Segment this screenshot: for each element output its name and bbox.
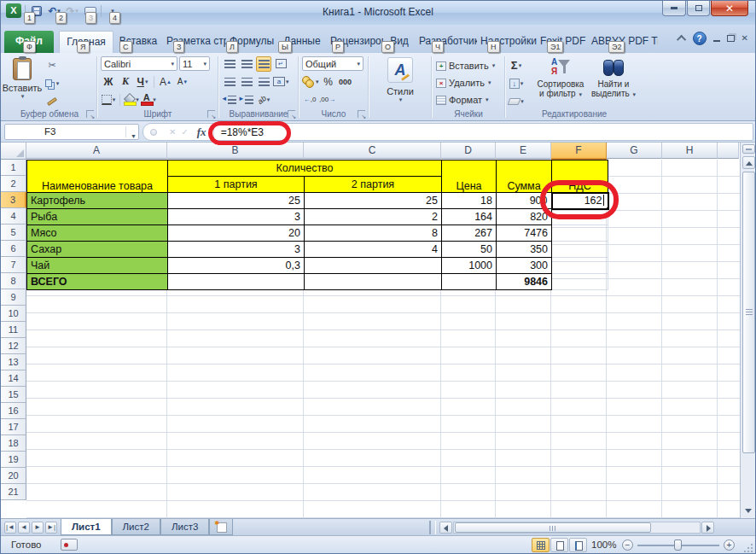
workbook-close-icon[interactable]: ✕ [741,34,748,43]
bold-button[interactable]: Ж [101,74,116,90]
fill-color-button[interactable]: ▾ [124,92,139,108]
cell-F6[interactable] [552,242,608,258]
prev-sheet-icon[interactable]: ◄ [18,522,30,534]
scroll-right-icon[interactable] [701,522,714,534]
cell-D7[interactable]: 1000 [442,258,497,274]
cell-F5[interactable] [552,225,608,242]
horizontal-scroll-thumb[interactable] [455,522,651,533]
vertical-scrollbar[interactable] [740,143,756,518]
merge-center-button[interactable]: a▾ [273,74,289,90]
row-header-19[interactable]: 19 [1,452,26,468]
workbook-minimize-icon[interactable] [713,40,720,42]
dialog-launcher-icon[interactable] [358,110,365,118]
decrease-indent-button[interactable] [222,92,237,108]
row-header-14[interactable]: 14 [1,370,26,387]
cell-grid[interactable]: Наименование товара Количество Цена Сумм… [26,160,740,518]
font-name-combo[interactable]: Calibri▾ [101,56,177,71]
collapse-ribbon-icon[interactable] [677,35,686,44]
row-header-3[interactable]: 3 [1,192,26,208]
cell-E8[interactable]: 9846 [497,274,552,290]
cell-B3[interactable]: 25 [168,193,305,209]
column-header-partial[interactable] [718,143,739,159]
cut-button[interactable]: ✂ [44,58,60,73]
align-center-button[interactable] [239,74,254,90]
zoom-slider[interactable]: − + [622,539,735,552]
row-header-7[interactable]: 7 [1,257,26,273]
row-header-21[interactable]: 21 [1,484,26,500]
row-header-15[interactable]: 15 [1,387,26,403]
column-header-G[interactable]: G [607,143,662,159]
cell-A3[interactable]: Картофель [27,193,168,209]
row-header-9[interactable]: 9 [1,289,26,306]
format-cells-button[interactable]: Формат▾ [433,91,504,108]
align-top-button[interactable] [222,56,237,72]
row-header-4[interactable]: 4 [1,208,26,225]
increase-font-button[interactable]: А▲ [158,74,173,90]
scroll-down-icon[interactable] [742,504,755,516]
zoom-thumb[interactable] [674,539,682,551]
workbook-restore-icon[interactable] [727,35,735,42]
cell-B2[interactable]: 1 партия [168,177,305,193]
decrease-decimal-button[interactable]: ,00→ [319,92,335,108]
resize-grip[interactable] [742,542,753,553]
borders-button[interactable]: ▾ [101,92,116,108]
cell-A6[interactable]: Сахар [27,242,168,258]
cell-F1[interactable]: НДС [552,160,608,193]
number-format-combo[interactable]: Общий▾ [302,56,363,71]
clear-button[interactable]: ▾ [509,94,524,109]
insert-cells-button[interactable]: +Вставить▾ [433,57,504,74]
help-icon[interactable]: ? [693,32,707,45]
row-header-6[interactable]: 6 [1,241,26,257]
sheet-tab-list2[interactable]: Лист2 [112,519,160,535]
copy-button[interactable]: ▾ [44,76,60,91]
fill-handle[interactable] [606,207,608,209]
cell-B6[interactable]: 3 [168,242,305,258]
align-left-button[interactable] [222,74,237,90]
decrease-font-button[interactable]: А▼ [175,74,190,90]
split-handle[interactable] [742,144,755,154]
column-header-E[interactable]: E [496,143,551,159]
align-right-button[interactable] [256,74,271,90]
align-bottom-button[interactable] [256,56,271,72]
cell-F7[interactable] [552,258,608,274]
maximize-button[interactable] [687,1,710,16]
orientation-button[interactable]: ab▾ [256,92,271,108]
column-header-B[interactable]: B [167,143,304,159]
insert-function-icon[interactable]: fx [197,125,206,139]
cell-B4[interactable]: 3 [168,209,305,225]
row-header-5[interactable]: 5 [1,225,26,241]
sheet-tab-list3[interactable]: Лист3 [160,519,209,535]
column-header-C[interactable]: C [304,143,441,159]
sheet-tab-list1[interactable]: Лист1 [61,519,112,535]
row-header-10[interactable]: 10 [1,306,26,322]
align-middle-button[interactable] [239,56,254,72]
dialog-launcher-icon[interactable] [207,110,215,118]
row-header-20[interactable]: 20 [1,468,26,484]
row-header-8[interactable]: 8 [1,273,26,289]
cell-F4[interactable] [552,209,608,225]
insert-worksheet-button[interactable] [209,519,233,535]
formula-input[interactable]: ✕ ✓ fx =18%*E3 [142,123,753,141]
cell-D8[interactable] [442,274,497,290]
row-header-2[interactable]: 2 [1,176,26,192]
font-size-combo[interactable]: 11▾ [179,56,210,71]
wrap-text-button[interactable]: ↵ [273,56,288,72]
cell-C5[interactable]: 8 [305,225,442,242]
tab-addins[interactable]: Надстройки [477,31,537,53]
dialog-launcher-icon[interactable] [288,110,295,118]
cell-D4[interactable]: 164 [442,209,497,225]
cell-C2[interactable]: 2 партия [305,177,442,193]
normal-view-button[interactable] [532,538,550,552]
horizontal-scroll-track[interactable] [453,522,701,534]
currency-button[interactable]: ▾ [302,74,319,90]
minimize-button[interactable] [662,1,686,16]
cell-E3[interactable]: 900 [497,193,552,209]
cell-C7[interactable] [305,258,442,274]
scroll-up-icon[interactable] [742,156,755,169]
styles-button[interactable]: A Стили ▾ [387,55,414,120]
enter-icon[interactable]: ✓ [181,127,188,137]
cell-D1[interactable]: Цена [442,160,497,193]
cell-C8[interactable] [305,274,442,290]
dialog-launcher-icon[interactable] [86,110,94,118]
percent-button[interactable]: % [321,74,336,90]
